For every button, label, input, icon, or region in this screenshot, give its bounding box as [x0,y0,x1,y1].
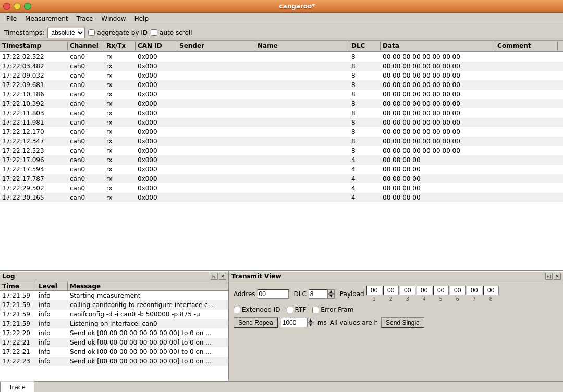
trace-row[interactable]: 17:22:12.347 can0 rx 0x000 8 00 00 00 00… [0,137,563,146]
payload-num-5: 5 [433,296,449,302]
dlc-spin-down[interactable]: ▼ [327,294,335,299]
rtf-group: RTF [287,306,307,313]
transmit-panel-buttons: ◱ ✕ [545,273,561,280]
payload-cell-2[interactable] [383,286,399,295]
interval-spinner[interactable]: ▲ ▼ [307,318,314,327]
payload-num-3: 3 [400,296,415,302]
send-single-button[interactable]: Send Single [381,317,424,328]
ms-label: ms [317,319,327,326]
send-repeat-button[interactable]: Send Repea [234,317,278,328]
payload-cell-7[interactable] [467,286,482,295]
log-row[interactable]: 17:22:21 info Send ok [00 00 00 00 00 00… [0,347,228,357]
aggregate-label: aggregate by ID [97,29,148,36]
interval-input[interactable] [281,318,307,327]
payload-cell-6[interactable] [450,286,466,295]
trace-row[interactable]: 17:22:09.032 can0 rx 0x000 8 00 00 00 00… [0,71,563,80]
col-timestamp: Timestamp [0,41,68,51]
maximize-button[interactable] [24,3,31,10]
menubar: File Measurement Trace Window Help [0,13,563,25]
log-row[interactable]: 17:22:20 info Send ok [00 00 00 00 00 00… [0,328,228,338]
trace-row[interactable]: 17:22:11.981 can0 rx 0x000 8 00 00 00 00… [0,118,563,127]
autoscroll-checkbox[interactable] [151,29,157,36]
extended-id-checkbox[interactable] [234,307,240,313]
trace-table-body: 17:22:02.522 can0 rx 0x000 8 00 00 00 00… [0,52,563,270]
autoscroll-label: auto scroll [160,29,192,36]
menu-measurement[interactable]: Measurement [21,14,72,23]
interval-spin-down[interactable]: ▼ [307,323,314,327]
col-canid: CAN ID [136,41,177,51]
tx-checkbox-row: Extended ID RTF Error Fram [234,306,559,313]
col-comment: Comment [495,41,558,51]
aggregate-group: aggregate by ID [88,29,148,36]
trace-row[interactable]: 17:22:12.523 can0 rx 0x000 8 00 00 00 00… [0,146,563,155]
transmit-panel: Transmit View ◱ ✕ Addres DLC ▲ ▼ [229,271,563,381]
payload-cells: 12345678 [366,286,499,302]
menu-window[interactable]: Window [97,14,130,23]
payload-cell-1[interactable] [366,286,382,295]
close-button[interactable] [3,3,10,10]
rtf-label: RTF [295,306,307,313]
trace-row[interactable]: 17:22:10.186 can0 rx 0x000 8 00 00 00 00… [0,90,563,99]
log-panel-header: Log ◱ ✕ [0,271,228,281]
error-frame-group: Error Fram [312,306,353,313]
payload-num-7: 7 [467,296,482,302]
minimize-button[interactable] [14,3,21,10]
trace-row[interactable]: 17:22:03.482 can0 rx 0x000 8 00 00 00 00… [0,62,563,71]
trace-row[interactable]: 17:22:11.803 can0 rx 0x000 8 00 00 00 00… [0,108,563,118]
aggregate-checkbox[interactable] [88,29,95,36]
menu-help[interactable]: Help [130,14,153,23]
titlebar: cangaroo* [0,0,563,13]
dlc-spinner[interactable]: ▲ ▼ [327,289,335,299]
payload-cell-4[interactable] [417,286,432,295]
trace-tab[interactable]: Trace [0,381,34,392]
window-title: cangaroo* [34,3,560,10]
log-row[interactable]: 17:22:21 info Send ok [00 00 00 00 00 00… [0,338,228,347]
trace-row[interactable]: 17:22:30.165 can0 rx 0x000 4 00 00 00 00 [0,193,563,202]
payload-num-2: 2 [383,296,399,302]
error-frame-label: Error Fram [321,306,353,313]
extended-id-label: Extended ID [242,306,280,313]
col-dlc: DLC [349,41,381,51]
log-row[interactable]: 17:21:59 info Listening on interface: ca… [0,319,228,328]
col-rxtx: Rx/Tx [104,41,136,51]
col-sender: Sender [177,41,255,51]
log-row[interactable]: 17:21:59 info canifconfig -d -i can0 -b … [0,310,228,319]
col-name: Name [255,41,349,51]
payload-cell-8[interactable] [483,286,499,295]
menu-file[interactable]: File [2,14,21,23]
addr-input[interactable] [258,289,289,299]
payload-cell-3[interactable] [400,286,415,295]
menu-trace[interactable]: Trace [72,14,97,23]
log-close-button[interactable]: ✕ [219,273,226,280]
payload-cell-5[interactable] [433,286,449,295]
transmit-title: Transmit View [231,273,282,280]
transmit-float-button[interactable]: ◱ [545,273,553,280]
trace-row[interactable]: 17:22:17.096 can0 rx 0x000 4 00 00 00 00 [0,155,563,165]
main-area: Timestamp Channel Rx/Tx CAN ID Sender Na… [0,41,563,381]
log-float-button[interactable]: ◱ [211,273,218,280]
dlc-input[interactable] [309,289,327,299]
log-row[interactable]: 17:21:59 info calling canifconfig to rec… [0,300,228,310]
timestamps-label: Timestamps: [4,29,44,36]
log-col-time: Time [0,282,36,290]
timestamps-select[interactable]: absolute [47,28,85,38]
rtf-checkbox[interactable] [287,307,293,313]
trace-row[interactable]: 17:22:02.522 can0 rx 0x000 8 00 00 00 00… [0,52,563,62]
trace-row[interactable]: 17:22:10.392 can0 rx 0x000 8 00 00 00 00… [0,99,563,108]
error-frame-checkbox[interactable] [312,307,319,313]
trace-row[interactable]: 17:22:09.681 can0 rx 0x000 8 00 00 00 00… [0,80,563,90]
payload-label: Payload [340,290,364,298]
dlc-spin-up[interactable]: ▲ [327,289,335,294]
statusbar: Trace [0,381,563,392]
payload-nums-row: 12345678 [366,296,499,302]
trace-row[interactable]: 17:22:17.787 can0 rx 0x000 4 00 00 00 00 [0,174,563,183]
interval-spin-up[interactable]: ▲ [307,318,314,323]
log-row[interactable]: 17:21:59 info Starting measurement [0,291,228,300]
log-row[interactable]: 17:22:23 info Send ok [00 00 00 00 00 00… [0,357,228,366]
trace-row[interactable]: 17:22:12.170 can0 rx 0x000 8 00 00 00 00… [0,127,563,137]
trace-row[interactable]: 17:22:17.594 can0 rx 0x000 4 00 00 00 00 [0,165,563,174]
trace-row[interactable]: 17:22:29.502 can0 rx 0x000 4 00 00 00 00 [0,183,563,193]
col-channel: Channel [68,41,104,51]
transmit-close-button[interactable]: ✕ [554,273,561,280]
log-title: Log [2,273,15,280]
